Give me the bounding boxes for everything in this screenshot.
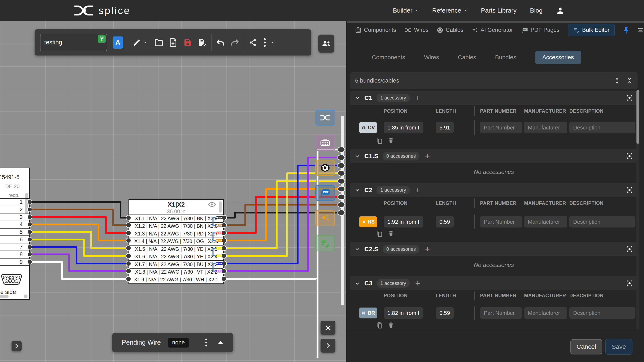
tab-wires[interactable]: Wires xyxy=(404,27,428,33)
drop-target-ai-generator[interactable] xyxy=(315,210,335,226)
redo-button[interactable] xyxy=(230,39,239,46)
wire-row[interactable]: X1.7 | N/A | 22 AWG | 7/30 | BU | X2.3 xyxy=(129,260,223,268)
section-header-c1s[interactable]: C1.S 0 accessories + xyxy=(350,149,638,163)
focus-on-canvas-button[interactable] xyxy=(626,94,633,101)
duplicate-icon[interactable] xyxy=(376,322,382,329)
description-input[interactable] xyxy=(569,122,635,133)
section-header-c2s[interactable]: C2.S 0 accessories + xyxy=(350,242,638,256)
subtab-accessories[interactable]: Accessories xyxy=(535,51,581,64)
wire-table-x1-x2[interactable]: X1|X2 36.00 in X1.1 | N/A | 22 AWG | 7/3… xyxy=(128,199,224,284)
new-file-button[interactable] xyxy=(170,38,177,47)
subtab-wires[interactable]: Wires xyxy=(424,54,439,61)
position-input[interactable] xyxy=(384,307,423,319)
duplicate-icon[interactable] xyxy=(376,137,382,144)
pin-row[interactable]: 7 xyxy=(0,243,30,251)
save-button[interactable] xyxy=(184,38,192,47)
delete-icon[interactable] xyxy=(388,230,394,237)
part-number-input[interactable] xyxy=(480,216,522,228)
splice-logo[interactable]: splice xyxy=(74,5,130,16)
annotation-tool-button[interactable]: A xyxy=(112,36,123,49)
expand-left-panel-button[interactable] xyxy=(12,341,22,351)
pin-row[interactable]: 8 xyxy=(0,251,30,258)
pin-row[interactable]: 3 xyxy=(0,213,30,221)
focus-on-canvas-button[interactable] xyxy=(626,186,633,194)
focus-on-canvas-button[interactable] xyxy=(626,152,633,160)
length-input[interactable] xyxy=(436,216,454,228)
close-overlay-button[interactable] xyxy=(320,321,336,335)
manufacturer-input[interactable] xyxy=(524,122,567,133)
drop-target-cables[interactable] xyxy=(315,160,335,176)
wire-row[interactable]: X1.6 | N/A | 22 AWG | 7/30 | YE | X2.4 xyxy=(129,253,223,261)
description-input[interactable] xyxy=(569,216,635,228)
draw-tool-button[interactable] xyxy=(133,38,147,47)
panel-resize-handle[interactable] xyxy=(347,21,644,23)
tab-ai-generator[interactable]: AI Generator xyxy=(472,27,513,33)
part-number-input[interactable] xyxy=(480,307,522,319)
nav-parts-library[interactable]: Parts Library xyxy=(481,7,516,14)
duplicate-icon[interactable] xyxy=(376,230,382,237)
chevron-down-icon[interactable] xyxy=(355,187,360,193)
drop-target-components[interactable] xyxy=(315,135,335,151)
wire-row[interactable]: X1.4 | N/A | 22 AWG | 7/30 | OG | X2.6 xyxy=(129,238,223,245)
drop-target-pdf-pages[interactable]: PDF xyxy=(315,185,335,201)
nav-reference[interactable]: Reference xyxy=(432,7,467,14)
pin-row[interactable]: 6 xyxy=(0,236,30,243)
user-account-button[interactable] xyxy=(556,6,564,15)
tab-pdf-pages[interactable]: PDF PDF Pages xyxy=(521,27,560,33)
delete-icon[interactable] xyxy=(388,322,394,328)
section-header-c3[interactable]: C3 1 accessory + xyxy=(350,276,638,290)
position-input[interactable] xyxy=(384,122,423,133)
wire-row[interactable]: X1.3 | N/A | 22 AWG | 7/30 | RD | X2.7 xyxy=(129,230,223,238)
expand-right-button[interactable] xyxy=(320,339,336,353)
part-number-input[interactable] xyxy=(480,122,522,133)
pin-icon[interactable] xyxy=(623,26,629,34)
chevron-down-icon[interactable] xyxy=(355,246,360,252)
save-button[interactable]: Save xyxy=(605,339,632,355)
connector-x-block[interactable]: 745491-5 DE-20 recp. 1 2 3 4 5 6 7 8 9 xyxy=(0,168,30,300)
pending-wire-value[interactable]: none xyxy=(168,338,189,348)
section-header-c2[interactable]: C2 1 accessory + xyxy=(350,183,638,197)
delete-icon[interactable] xyxy=(388,137,394,144)
length-input[interactable] xyxy=(436,307,454,319)
nav-builder[interactable]: Builder xyxy=(393,7,419,14)
connector-hscrollbar[interactable] xyxy=(0,295,8,298)
pin-row[interactable]: 5 xyxy=(0,228,30,236)
description-input[interactable] xyxy=(569,307,635,319)
length-input[interactable] xyxy=(436,122,454,133)
drop-target-wires[interactable] xyxy=(315,110,335,126)
eye-icon[interactable] xyxy=(208,202,216,207)
tab-components[interactable]: Components xyxy=(355,27,396,33)
chevron-down-icon[interactable] xyxy=(355,95,360,100)
tab-bulk-editor[interactable]: Bulk Editor xyxy=(568,24,615,36)
manufacturer-input[interactable] xyxy=(524,307,567,319)
tab-cables[interactable]: Cables xyxy=(437,27,463,33)
chevron-down-icon[interactable] xyxy=(355,281,360,286)
design-canvas[interactable]: 745491-5 DE-20 recp. 1 2 3 4 5 6 7 8 9 xyxy=(0,21,346,362)
more-options-button[interactable] xyxy=(264,38,274,47)
subtab-bundles[interactable]: Bundles xyxy=(495,54,516,61)
wire-table-scrollbar[interactable] xyxy=(219,201,222,213)
project-name-input[interactable] xyxy=(40,34,107,51)
cancel-button[interactable]: Cancel xyxy=(570,339,602,355)
collapse-all-icon[interactable] xyxy=(626,77,633,84)
pin-row[interactable]: 9 xyxy=(0,258,30,266)
save-as-button[interactable] xyxy=(198,38,206,47)
share-button[interactable] xyxy=(249,38,257,47)
nav-blog[interactable]: Blog xyxy=(530,7,542,14)
panel-scrollbar-thumb[interactable] xyxy=(636,90,640,144)
wire-row[interactable]: X1.8 | N/A | 22 AWG | 7/30 | VT | X2.2 xyxy=(129,268,223,276)
open-project-button[interactable] xyxy=(154,38,163,46)
focus-on-canvas-button[interactable] xyxy=(626,280,633,287)
collaborators-button[interactable] xyxy=(318,34,334,52)
undo-button[interactable] xyxy=(216,39,225,46)
manufacturer-input[interactable] xyxy=(524,216,567,228)
subtab-components[interactable]: Components xyxy=(372,54,405,61)
collapse-up-icon[interactable] xyxy=(218,341,224,345)
wire-row[interactable]: X1.1 | N/A | 22 AWG | 7/30 | BK | X2.9 xyxy=(129,215,223,222)
branch-status-badge[interactable] xyxy=(98,35,106,43)
wire-row[interactable]: X1.5 | N/A | 22 AWG | 7/30 | YE | X2.5 xyxy=(129,245,223,253)
pin-row[interactable]: 2 xyxy=(0,206,30,213)
wire-row[interactable]: X1.9 | N/A | 22 AWG | 7/30 | WH | X2.1 xyxy=(129,276,223,284)
drop-target-bulk-editor[interactable] xyxy=(315,236,335,251)
section-header-c1[interactable]: C1 1 accessory + xyxy=(350,91,638,105)
